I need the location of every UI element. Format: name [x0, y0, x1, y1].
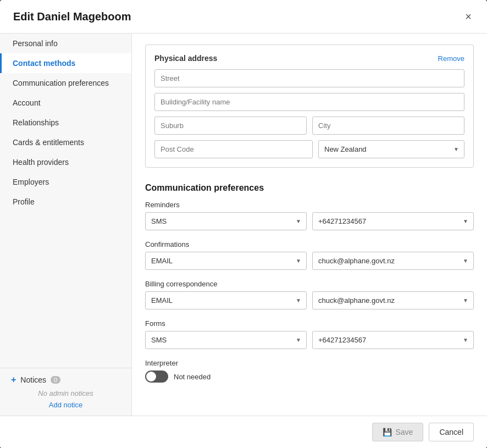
- sidebar-item-health-providers[interactable]: Health providers: [0, 152, 131, 172]
- reminders-contact-select[interactable]: +64271234567: [312, 212, 474, 230]
- notices-badge: 0: [51, 376, 60, 384]
- physical-address-header: Physical address Remove: [154, 54, 464, 63]
- sidebar-item-profile[interactable]: Profile: [0, 192, 131, 212]
- country-select-wrapper: New Zealand Australia United Kingdom ▼: [318, 140, 464, 158]
- interpreter-toggle[interactable]: [145, 370, 168, 383]
- interpreter-row: Not needed: [145, 370, 474, 383]
- confirmations-contact-wrapper: chuck@alphane.govt.nz ▼: [312, 252, 474, 270]
- billing-section: Billing correspondence EMAIL SMS ▼: [145, 280, 474, 309]
- postcode-input[interactable]: [154, 140, 313, 158]
- main-content: Physical address Remove: [132, 34, 487, 416]
- billing-label: Billing correspondence: [145, 280, 474, 288]
- close-button[interactable]: ×: [463, 9, 474, 24]
- forms-method-wrapper: SMS EMAIL ▼: [145, 331, 307, 349]
- sidebar-item-contact-methods[interactable]: Contact methods: [0, 53, 131, 73]
- country-select[interactable]: New Zealand Australia United Kingdom: [318, 140, 464, 158]
- sidebar-item-relationships[interactable]: Relationships: [0, 113, 131, 132]
- modal-body: Personal info Contact methods Communicat…: [0, 34, 487, 416]
- modal-header: Edit Daniel Mageboom ×: [0, 0, 487, 34]
- modal-footer: 💾 Save Cancel: [0, 416, 487, 448]
- no-notices-text: No admin notices: [11, 389, 120, 397]
- building-row: [154, 93, 464, 111]
- sidebar-item-communication-preferences[interactable]: Communication preferences: [0, 73, 131, 93]
- forms-method-select[interactable]: SMS EMAIL: [145, 331, 307, 349]
- sidebar-item-cards-entitlements[interactable]: Cards & entitlements: [0, 132, 131, 152]
- suburb-city-row: [154, 117, 464, 135]
- reminders-method-wrapper: SMS EMAIL ▼: [145, 212, 307, 230]
- street-input[interactable]: [154, 69, 464, 87]
- sidebar: Personal info Contact methods Communicat…: [0, 34, 132, 416]
- interpreter-section: Interpreter Not needed: [145, 359, 474, 383]
- cancel-button[interactable]: Cancel: [429, 423, 474, 441]
- forms-contact-wrapper: +64271234567 ▼: [312, 331, 474, 349]
- add-notice-button[interactable]: Add notice: [11, 401, 120, 409]
- interpreter-label: Interpreter: [145, 359, 474, 367]
- save-button[interactable]: 💾 Save: [372, 423, 423, 441]
- confirmations-section: Confirmations EMAIL SMS ▼: [145, 240, 474, 270]
- confirmations-method-select[interactable]: EMAIL SMS: [145, 252, 307, 270]
- reminders-label: Reminders: [145, 201, 474, 209]
- notices-header: + Notices 0: [11, 375, 120, 385]
- forms-row: SMS EMAIL ▼ +64271234567 ▼: [145, 331, 474, 349]
- sidebar-item-account[interactable]: Account: [0, 93, 131, 113]
- billing-method-select[interactable]: EMAIL SMS: [145, 291, 307, 309]
- notices-section: + Notices 0 No admin notices Add notice: [0, 368, 131, 416]
- notices-plus-icon: +: [11, 375, 16, 385]
- billing-row: EMAIL SMS ▼ chuck@alphane.govt.nz ▼: [145, 291, 474, 309]
- sidebar-item-employers[interactable]: Employers: [0, 172, 131, 192]
- street-row: [154, 69, 464, 87]
- interpreter-value-label: Not needed: [174, 373, 211, 381]
- confirmations-method-wrapper: EMAIL SMS ▼: [145, 252, 307, 270]
- physical-address-title: Physical address: [154, 54, 217, 63]
- postcode-country-row: New Zealand Australia United Kingdom ▼: [154, 140, 464, 158]
- toggle-knob: [146, 372, 156, 381]
- comm-prefs-title: Communication preferences: [145, 183, 474, 193]
- confirmations-contact-select[interactable]: chuck@alphane.govt.nz: [312, 252, 474, 270]
- sidebar-nav: Personal info Contact methods Communicat…: [0, 34, 131, 368]
- billing-contact-select[interactable]: chuck@alphane.govt.nz: [312, 291, 474, 309]
- confirmations-label: Confirmations: [145, 240, 474, 248]
- physical-address-card: Physical address Remove: [145, 45, 474, 168]
- modal-title: Edit Daniel Mageboom: [13, 10, 131, 23]
- save-icon: 💾: [383, 428, 392, 436]
- forms-section: Forms SMS EMAIL ▼ +64: [145, 319, 474, 349]
- modal-overlay: Edit Daniel Mageboom × Personal info Con…: [0, 0, 487, 448]
- reminders-contact-wrapper: +64271234567 ▼: [312, 212, 474, 230]
- notices-label: Notices: [20, 375, 46, 384]
- suburb-input[interactable]: [154, 117, 307, 135]
- confirmations-row: EMAIL SMS ▼ chuck@alphane.govt.nz ▼: [145, 252, 474, 270]
- building-input[interactable]: [154, 93, 464, 111]
- city-input[interactable]: [312, 117, 464, 135]
- reminders-row: SMS EMAIL ▼ +64271234567 ▼: [145, 212, 474, 230]
- sidebar-item-personal-info[interactable]: Personal info: [0, 34, 131, 53]
- forms-contact-select[interactable]: +64271234567: [312, 331, 474, 349]
- modal: Edit Daniel Mageboom × Personal info Con…: [0, 0, 487, 448]
- communication-preferences-section: Communication preferences Reminders SMS …: [145, 183, 474, 383]
- reminders-method-select[interactable]: SMS EMAIL: [145, 212, 307, 230]
- reminders-section: Reminders SMS EMAIL ▼: [145, 201, 474, 230]
- billing-method-wrapper: EMAIL SMS ▼: [145, 291, 307, 309]
- billing-contact-wrapper: chuck@alphane.govt.nz ▼: [312, 291, 474, 309]
- forms-label: Forms: [145, 319, 474, 328]
- remove-address-button[interactable]: Remove: [438, 54, 464, 63]
